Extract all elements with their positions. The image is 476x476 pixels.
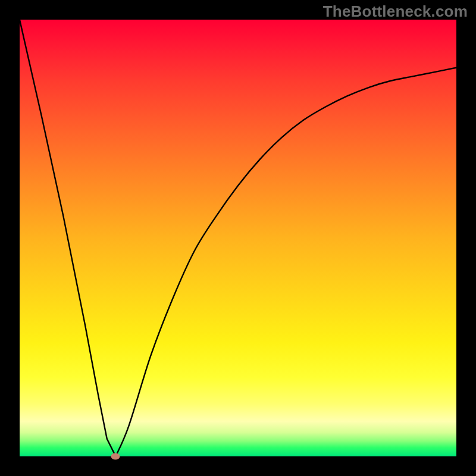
watermark-text: TheBottleneck.com (323, 2, 468, 21)
bottleneck-curve (20, 20, 456, 456)
plot-area (20, 20, 456, 456)
chart-frame: TheBottleneck.com (0, 0, 476, 476)
curve-svg (20, 20, 456, 456)
optimal-point-marker (111, 453, 120, 460)
